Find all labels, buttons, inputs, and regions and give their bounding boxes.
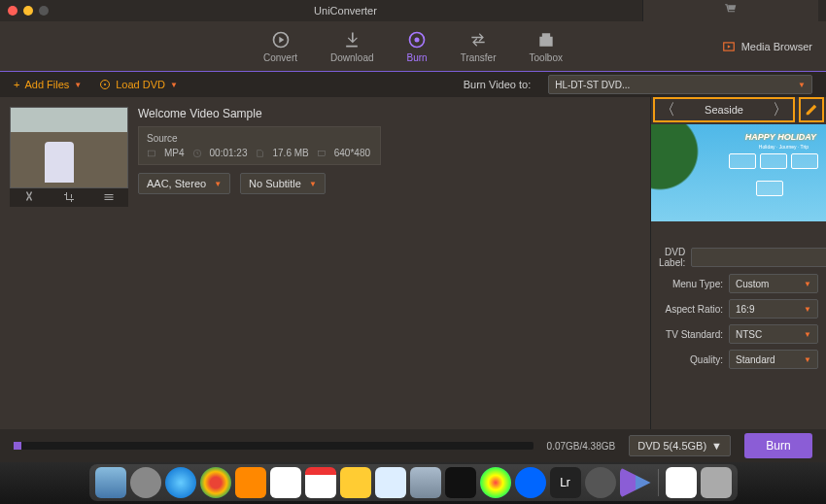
trim-icon[interactable] bbox=[23, 191, 35, 203]
load-dvd-label: Load DVD bbox=[116, 79, 165, 90]
subtitle-value: No Subtitle bbox=[249, 178, 301, 189]
menu-preview: HAPPY HOLIDAY Holiday · Journey · Trip bbox=[651, 124, 826, 221]
menu-theme-name: Seaside bbox=[705, 104, 743, 116]
effects-icon[interactable] bbox=[103, 191, 115, 203]
lightroom-icon[interactable]: Lr bbox=[550, 467, 581, 498]
svg-marker-5 bbox=[727, 45, 730, 49]
tab-download[interactable]: Download bbox=[330, 30, 373, 63]
audio-value: AAC, Stereo bbox=[147, 178, 206, 189]
preview-icon[interactable] bbox=[410, 467, 441, 498]
svg-point-7 bbox=[104, 84, 106, 85]
tab-convert[interactable]: Convert bbox=[263, 30, 297, 63]
crop-icon[interactable] bbox=[63, 191, 75, 203]
tab-burn[interactable]: Burn bbox=[407, 30, 428, 63]
menu-next-button[interactable]: 〉 bbox=[773, 100, 788, 120]
burn-device-select[interactable]: HL-DT-ST DVD... ▼ bbox=[548, 75, 812, 94]
close-icon[interactable] bbox=[8, 6, 17, 16]
disc-usage-bar bbox=[14, 442, 533, 450]
chrome-icon[interactable] bbox=[200, 467, 231, 498]
clip-thumbnail[interactable] bbox=[10, 107, 128, 188]
app-title: UniConverter bbox=[49, 5, 642, 17]
safari-icon[interactable] bbox=[165, 467, 196, 498]
subtitle-select[interactable]: No Subtitle ▼ bbox=[240, 173, 326, 194]
burn-button[interactable]: Burn bbox=[744, 433, 812, 458]
macos-dock: Lr bbox=[89, 464, 738, 501]
source-info: Source MP4 00:01:23 17.6 MB 640*480 bbox=[138, 126, 381, 165]
svg-point-3 bbox=[415, 37, 420, 42]
appstore-icon[interactable] bbox=[515, 467, 546, 498]
minimize-icon[interactable] bbox=[23, 6, 33, 16]
svg-rect-10 bbox=[318, 151, 325, 155]
aspect-ratio-select[interactable]: 16:9▼ bbox=[729, 299, 818, 319]
tab-transfer-label: Transfer bbox=[461, 52, 497, 63]
file-icon bbox=[256, 149, 265, 158]
clip-resolution: 640*480 bbox=[334, 148, 370, 158]
photos-icon[interactable] bbox=[480, 467, 511, 498]
tab-convert-label: Convert bbox=[263, 52, 297, 63]
calendar-icon[interactable] bbox=[305, 467, 336, 498]
load-dvd-button[interactable]: Load DVD ▼ bbox=[99, 79, 178, 90]
add-files-button[interactable]: + Add Files ▼ bbox=[14, 79, 82, 90]
tab-transfer[interactable]: Transfer bbox=[461, 30, 497, 63]
audio-select[interactable]: AAC, Stereo ▼ bbox=[138, 173, 230, 194]
menu-type-label: Menu Type: bbox=[659, 279, 723, 289]
burn-device-value: HL-DT-ST DVD... bbox=[555, 80, 630, 90]
zoom-icon[interactable] bbox=[39, 6, 49, 16]
textedit-icon[interactable] bbox=[270, 467, 301, 498]
tv-standard-label: TV Standard: bbox=[659, 329, 723, 340]
preview-subtitle: Holiday · Journey · Trip bbox=[759, 144, 809, 150]
aspect-ratio-label: Aspect Ratio: bbox=[659, 304, 723, 315]
quality-label: Quality: bbox=[659, 354, 723, 365]
media-browser-label: Media Browser bbox=[741, 41, 812, 52]
tv-standard-select[interactable]: NTSC▼ bbox=[729, 324, 818, 344]
clip-size: 17.6 MB bbox=[273, 148, 309, 158]
tab-toolbox[interactable]: Toolbox bbox=[530, 30, 563, 63]
disc-type-select[interactable]: DVD 5(4.5GB) ▼ bbox=[629, 435, 731, 456]
format-icon bbox=[147, 149, 156, 158]
notes-icon[interactable] bbox=[340, 467, 371, 498]
clock-icon bbox=[192, 149, 202, 158]
burn-to-label: Burn Video to: bbox=[464, 79, 532, 90]
resolution-icon bbox=[317, 149, 327, 158]
svg-rect-8 bbox=[148, 151, 155, 156]
dvd-label-label: DVD Label: bbox=[659, 247, 685, 268]
launchpad-icon[interactable] bbox=[130, 467, 161, 498]
cart-icon[interactable] bbox=[724, 3, 738, 17]
disc-usage-text: 0.07GB/4.38GB bbox=[547, 441, 616, 452]
clip-format: MP4 bbox=[164, 148, 185, 158]
add-files-label: Add Files bbox=[24, 79, 69, 90]
menu-prev-button[interactable]: 〈 bbox=[660, 100, 675, 120]
svg-marker-1 bbox=[279, 36, 284, 43]
document-icon[interactable] bbox=[666, 467, 697, 498]
tab-burn-label: Burn bbox=[407, 52, 428, 63]
calculator-icon[interactable] bbox=[235, 467, 266, 498]
dvd-label-input[interactable] bbox=[691, 248, 826, 267]
terminal-icon[interactable] bbox=[445, 467, 476, 498]
media-browser-button[interactable]: Media Browser bbox=[722, 40, 812, 53]
finder-icon[interactable] bbox=[95, 467, 126, 498]
uniconverter-icon[interactable] bbox=[620, 467, 651, 498]
menu-edit-button[interactable] bbox=[799, 97, 824, 122]
tab-toolbox-label: Toolbox bbox=[530, 52, 563, 63]
source-label: Source bbox=[147, 133, 372, 144]
tab-download-label: Download bbox=[330, 52, 373, 63]
clip-duration: 00:01:23 bbox=[210, 148, 248, 158]
trash-icon[interactable] bbox=[701, 467, 732, 498]
preview-title: HAPPY HOLIDAY bbox=[745, 132, 816, 142]
maps-icon[interactable] bbox=[375, 467, 406, 498]
menu-type-select[interactable]: Custom▼ bbox=[729, 274, 818, 293]
quality-select[interactable]: Standard▼ bbox=[729, 350, 818, 369]
clip-title: Welcome Video Sample bbox=[138, 107, 640, 120]
settings-icon[interactable] bbox=[585, 467, 616, 498]
disc-type-value: DVD 5(4.5GB) bbox=[637, 440, 706, 452]
